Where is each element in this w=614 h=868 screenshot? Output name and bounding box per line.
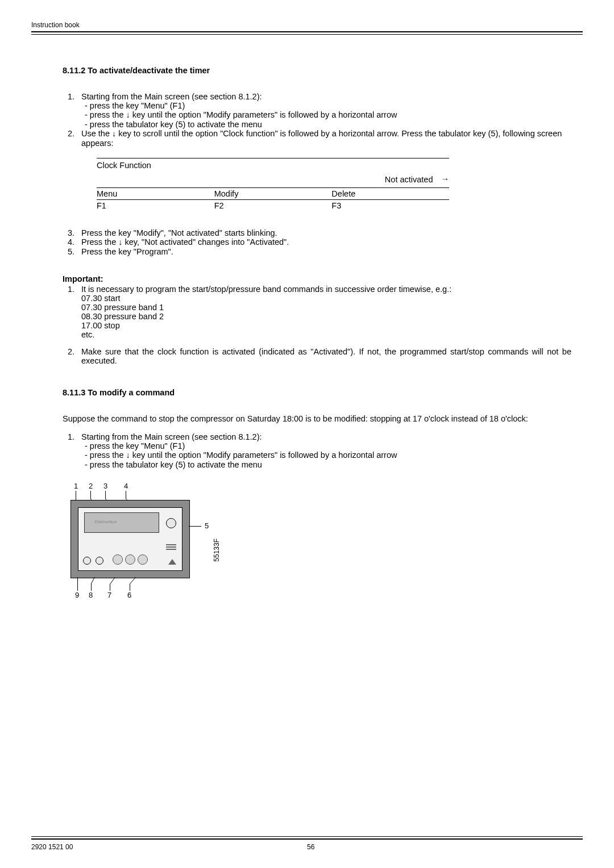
down-arrow-icon: ↓ — [126, 110, 130, 119]
down-arrow-icon: ↓ — [126, 450, 130, 460]
screen-status: Not activated — [385, 175, 433, 184]
list-item: It is necessary to program the start/sto… — [77, 285, 571, 339]
screen-cell: F3 — [331, 201, 449, 210]
list-item: press the tabulator key (5) to activate … — [93, 120, 571, 129]
fkey-icon — [138, 554, 148, 565]
list-item: Press the key "Modify", "Not activated" … — [77, 228, 571, 237]
callout-8: 8 — [89, 591, 93, 599]
button-icon — [96, 557, 103, 565]
important-list: It is necessary to program the start/sto… — [63, 285, 571, 365]
header-title: Instruction book — [31, 21, 80, 29]
list-item: Starting from the Main screen (see secti… — [77, 432, 571, 469]
list-item: press the ↓ key until the option "Modify… — [93, 110, 571, 120]
clock-function-screen: Clock Function Not activated → Menu Modi… — [97, 158, 449, 211]
list-item: press the key "Menu" (F1) — [93, 101, 571, 110]
footer-pagenum: 56 — [307, 843, 314, 851]
callout-2: 2 — [89, 482, 93, 490]
list-item: press the ↓ key until the option "Modify… — [93, 450, 571, 460]
section-intro: Suppose the command to stop the compress… — [63, 414, 571, 423]
list-item: press the tabulator key (5) to activate … — [93, 460, 571, 469]
fkey-icon — [113, 554, 123, 565]
tab-key-icon — [166, 518, 176, 528]
steps-8-11-2: Starting from the Main screen (see secti… — [63, 92, 571, 148]
screen-cell: Delete — [331, 189, 449, 198]
brand-text: Elektronikon — [95, 520, 117, 524]
callout-1: 1 — [74, 482, 78, 490]
callout-6: 6 — [127, 591, 131, 599]
list-item: Press the ↓ key, "Not activated" changes… — [77, 237, 571, 247]
callout-3: 3 — [103, 482, 107, 490]
section-title-8-11-2: 8.11.2 To activate/deactivate the timer — [63, 66, 571, 75]
screen-cell: Modify — [214, 189, 332, 198]
important-label: Important: — [63, 274, 571, 283]
callout-9: 9 — [75, 591, 79, 599]
screen-title: Clock Function — [97, 161, 151, 170]
button-icon — [83, 557, 91, 565]
step-text: Starting from the Main screen (see secti… — [81, 92, 262, 101]
callout-4: 4 — [124, 482, 128, 490]
footer-docnum: 2920 1521 00 — [31, 843, 307, 851]
lcd-screen: Elektronikon — [84, 512, 159, 533]
menu-lines-icon — [166, 543, 176, 551]
steps-8-11-3: Starting from the Main screen (see secti… — [63, 432, 571, 469]
figure-number: 55133F — [213, 539, 221, 562]
triangle-icon — [168, 559, 176, 565]
down-arrow-icon: ↓ — [118, 237, 122, 247]
steps-8-11-2-cont: Press the key "Modify", "Not activated" … — [63, 228, 571, 256]
screen-cell: Menu — [97, 189, 214, 198]
list-item: Starting from the Main screen (see secti… — [77, 92, 571, 129]
screen-cell: F2 — [214, 201, 332, 210]
callout-5: 5 — [205, 521, 209, 530]
fkey-icon — [125, 554, 135, 565]
arrow-right-icon: → — [441, 174, 450, 184]
screen-cell: F1 — [97, 201, 214, 210]
control-panel-diagram: 1 2 3 4 Elektronikon — [63, 482, 210, 601]
list-item: Press the key "Program". — [77, 247, 571, 256]
callout-7: 7 — [107, 591, 111, 599]
list-item: Use the ↓ key to scroll until the option… — [77, 129, 571, 148]
list-item: press the key "Menu" (F1) — [93, 441, 571, 450]
section-title-8-11-3: 8.11.3 To modify a command — [63, 388, 571, 397]
list-item: Make sure that the clock function is act… — [77, 347, 571, 365]
